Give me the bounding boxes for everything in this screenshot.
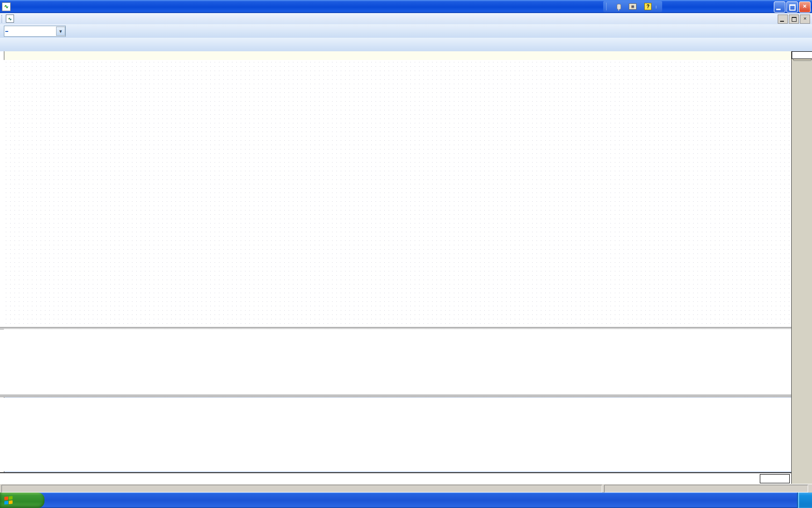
language-help-icon[interactable]: ? — [644, 3, 652, 10]
symbol-combobox[interactable]: ▼ — [4, 26, 66, 37]
status-main-cell — [1, 485, 602, 493]
windows-flag-icon — [4, 496, 13, 505]
microphone-icon — [617, 4, 621, 10]
symbol-value — [5, 31, 8, 32]
chart-info-bar — [0, 51, 812, 60]
status-bar — [0, 484, 812, 493]
axis-end-date — [760, 474, 790, 483]
microphone-button[interactable] — [617, 4, 623, 10]
main-toolbar: ▼ — [0, 24, 812, 38]
status-page-label — [604, 485, 808, 493]
studies-toolbar — [0, 38, 812, 52]
menu-bar: ∿ — [0, 13, 812, 25]
mdi-minimize-button[interactable] — [778, 15, 788, 24]
close-button[interactable]: × — [799, 1, 811, 13]
language-bar-grip[interactable] — [606, 3, 608, 10]
mdi-close-button[interactable]: × — [800, 15, 810, 24]
menu-grip[interactable] — [1, 15, 4, 23]
stoch-rsi-panel[interactable] — [4, 398, 791, 471]
language-tools-button[interactable]: ▦ — [629, 3, 638, 10]
time-axis[interactable] — [0, 472, 812, 485]
windows-taskbar — [0, 493, 812, 508]
system-tray — [797, 493, 812, 508]
restore-button[interactable] — [786, 1, 798, 13]
panel-splitter-2[interactable] — [0, 395, 812, 397]
combo-dropdown-icon[interactable]: ▼ — [56, 27, 65, 36]
app-icon: ∿ — [2, 2, 11, 11]
language-bar[interactable]: ▦ ? ⁝ — [603, 1, 662, 12]
chart-document-icon[interactable]: ∿ — [6, 15, 14, 23]
start-button[interactable] — [0, 493, 44, 508]
advanced-get-application: ∿ ▦ ? ⁝ × ∿ × ▼ — [0, 0, 812, 508]
price-chart-panel[interactable] — [4, 60, 791, 327]
price-scale[interactable]: Ψ — [791, 51, 812, 484]
volume-panel[interactable] — [4, 329, 791, 395]
mdi-restore-button[interactable] — [789, 15, 799, 24]
minimize-button[interactable] — [774, 1, 785, 13]
stoch-current-tag — [792, 51, 812, 59]
keyboard-icon: ▦ — [629, 3, 637, 10]
language-bar-options[interactable]: ⁝ — [655, 4, 657, 9]
title-bar[interactable]: ∿ ▦ ? ⁝ × — [0, 0, 812, 13]
bar-count-label — [791, 472, 812, 484]
